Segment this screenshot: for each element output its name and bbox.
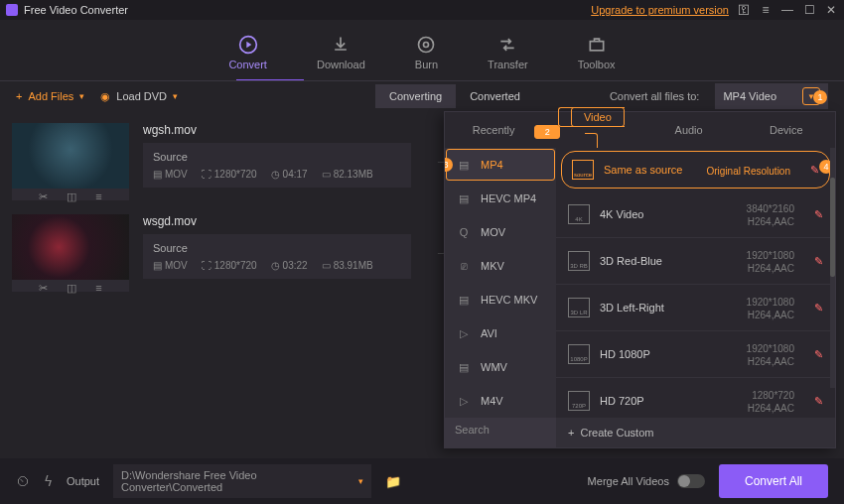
clock-icon[interactable]: ⏲: [16, 473, 30, 489]
format-item[interactable]: ⎚MKV: [445, 249, 556, 283]
close-icon[interactable]: ✕: [824, 3, 838, 17]
tab-transfer[interactable]: Transfer: [488, 35, 528, 70]
edit-icon[interactable]: ✎: [810, 164, 819, 177]
main-tabs: Convert Download Burn Transfer Toolbox: [0, 20, 844, 79]
source-box: Source ▤MOV ⛶1280*720 ◷03:22 ▭83.91MB: [143, 234, 411, 279]
edit-icon[interactable]: ✎: [814, 208, 823, 221]
tab-burn[interactable]: Burn: [415, 35, 438, 70]
minimize-icon[interactable]: —: [780, 3, 794, 17]
premium-link[interactable]: Upgrade to premium version: [591, 4, 729, 16]
edit-icon[interactable]: ✎: [814, 255, 823, 268]
add-files-button[interactable]: + Add Files ▾: [16, 90, 84, 102]
preset-icon: 3D LR: [568, 298, 590, 317]
scrollbar-thumb[interactable]: [830, 178, 835, 277]
format-item[interactable]: QMOV: [445, 215, 556, 249]
resolution-icon: ⛶: [202, 169, 211, 180]
disc-icon: ◉: [100, 90, 110, 103]
converted-segment[interactable]: Converted: [456, 84, 534, 108]
format-item[interactable]: ▤HEVC MP4: [445, 182, 556, 215]
svg-point-1: [419, 38, 434, 53]
format-icon: ▤: [457, 360, 471, 374]
preset-icon: 4K: [568, 204, 590, 224]
film-icon: ▤: [153, 169, 162, 180]
format-item[interactable]: ▷AVI: [445, 316, 556, 350]
svg-rect-3: [590, 42, 603, 51]
menu-icon[interactable]: ≡: [759, 3, 773, 17]
converting-segment[interactable]: Converting: [375, 84, 456, 108]
format-item-mp4[interactable]: 3 ▤MP4: [446, 149, 555, 181]
source-label: Source: [153, 242, 401, 254]
chevron-down-icon: ▾: [79, 91, 84, 101]
panel-tab-recently[interactable]: Recently: [445, 116, 542, 144]
format-icon: Q: [457, 225, 471, 239]
output-path[interactable]: D:\Wondershare Free Video Converter\Conv…: [113, 464, 371, 498]
preset-item[interactable]: 3D RB 3D Red-Blue 1920*1080H264,AAC ✎: [556, 238, 835, 285]
effects-icon[interactable]: ≡: [95, 282, 101, 294]
preset-item[interactable]: 1080P HD 1080P 1920*1080H264,AAC ✎: [556, 331, 835, 378]
crop-icon[interactable]: ◫: [67, 190, 76, 203]
preset-icon: source: [572, 160, 594, 180]
convert-icon: [238, 35, 258, 55]
bolt-icon[interactable]: ϟ: [44, 473, 53, 489]
svg-point-2: [424, 43, 429, 48]
burn-icon: [416, 35, 436, 55]
tab-underline: [0, 79, 844, 81]
format-list: 3 ▤MP4 ▤HEVC MP4 QMOV ⎚MKV ▤HEVC MKV ▷AV…: [445, 148, 556, 418]
convert-all-button[interactable]: Convert All: [719, 464, 828, 498]
preset-item-same-as-source[interactable]: source Same as source Original Resolutio…: [561, 151, 830, 189]
file-name: wsgd.mov: [143, 214, 411, 228]
edit-icon[interactable]: ✎: [814, 395, 823, 408]
titlebar: Free Video Converter Upgrade to premium …: [0, 0, 844, 20]
panel-tab-audio[interactable]: Audio: [640, 116, 738, 144]
tab-download[interactable]: Download: [317, 35, 365, 70]
thumbnail-image: [12, 123, 129, 189]
step-badge-2: 2: [534, 125, 560, 139]
merge-toggle[interactable]: [677, 474, 705, 488]
format-panel: Recently Video 2 Audio Device 3 ▤MP4 ▤HE…: [444, 111, 836, 448]
format-select[interactable]: MP4 Video ▼ 1: [715, 83, 828, 109]
cut-icon[interactable]: ✂: [39, 190, 48, 203]
panel-tab-device[interactable]: Device: [738, 116, 835, 144]
app-icon: [6, 4, 18, 16]
format-item[interactable]: ▤WMV: [445, 350, 556, 384]
chevron-down-icon: ▾: [173, 91, 178, 101]
bottom-bar: ⏲ ϟ Output D:\Wondershare Free Video Con…: [0, 458, 844, 504]
thumbnail[interactable]: ✂ ◫ ≡: [12, 214, 129, 292]
preset-item[interactable]: 4K 4K Video 3840*2160H264,AAC ✎: [556, 191, 835, 238]
preset-list: source Same as source Original Resolutio…: [556, 148, 835, 418]
edit-icon[interactable]: ✎: [814, 302, 823, 315]
format-dropdown-arrow[interactable]: ▼ 1: [802, 87, 820, 105]
edit-icon[interactable]: ✎: [814, 348, 823, 361]
plus-icon: +: [16, 90, 22, 102]
effects-icon[interactable]: ≡: [95, 190, 101, 202]
crop-icon[interactable]: ◫: [67, 282, 76, 295]
format-icon: ▤: [457, 293, 471, 307]
source-label: Source: [153, 151, 401, 163]
create-custom-button[interactable]: + Create Custom: [556, 418, 835, 447]
tab-toolbox[interactable]: Toolbox: [578, 35, 616, 70]
load-dvd-button[interactable]: ◉ Load DVD ▾: [100, 90, 178, 103]
key-icon[interactable]: ⚿: [737, 3, 751, 17]
output-label: Output: [67, 475, 99, 487]
search-input[interactable]: Search: [445, 418, 556, 447]
plus-icon: +: [568, 427, 574, 439]
download-icon: [331, 35, 351, 55]
format-item[interactable]: ▷M4V: [445, 384, 556, 418]
resolution-icon: ⛶: [202, 260, 211, 271]
open-folder-icon[interactable]: 📁: [385, 474, 401, 489]
tab-convert[interactable]: Convert: [228, 35, 267, 70]
preset-item[interactable]: 720P HD 720P 1280*720H264,AAC ✎: [556, 378, 835, 418]
folder-icon: ▭: [322, 169, 331, 180]
format-icon: ⎚: [457, 259, 471, 273]
thumbnail-image: [12, 214, 129, 280]
format-icon: ▷: [457, 394, 471, 408]
thumbnail[interactable]: ✂ ◫ ≡: [12, 123, 129, 200]
step-badge-3: 3: [445, 158, 453, 172]
clock-icon: ◷: [271, 260, 280, 271]
preset-item[interactable]: 3D LR 3D Left-Right 1920*1080H264,AAC ✎: [556, 285, 835, 331]
preset-icon: 3D RB: [568, 251, 590, 271]
format-item[interactable]: ▤HEVC MKV: [445, 283, 556, 316]
toolbar: + Add Files ▾ ◉ Load DVD ▾ Converting Co…: [0, 81, 844, 111]
cut-icon[interactable]: ✂: [39, 282, 48, 295]
maximize-icon[interactable]: ☐: [802, 3, 816, 17]
